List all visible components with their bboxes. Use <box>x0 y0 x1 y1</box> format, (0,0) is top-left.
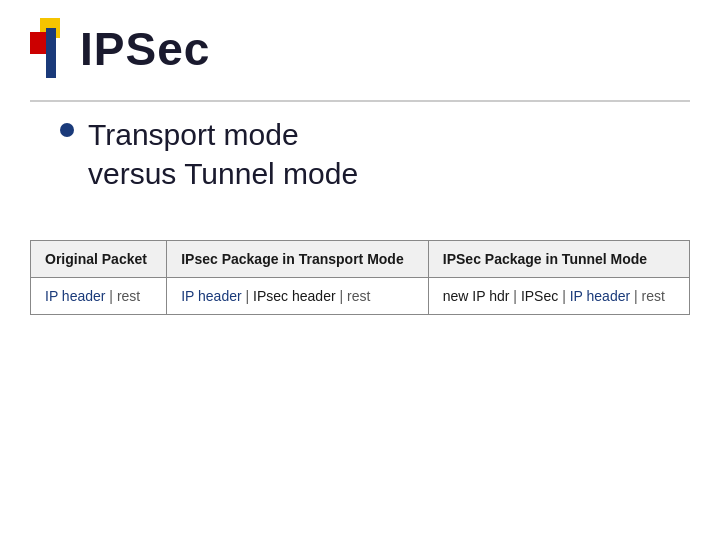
table-row: IP header | rest IP header | IPsec heade… <box>31 278 690 315</box>
bullet-text: Transport mode versus Tunnel mode <box>88 115 358 193</box>
ip-header-transport: IP header <box>181 288 241 304</box>
bullet-line1: Transport mode <box>88 118 299 151</box>
ipsec-label: IPSec <box>521 288 558 304</box>
col-header-transport: IPsec Package in Transport Mode <box>167 241 429 278</box>
ipsec-header-transport: IPsec header <box>253 288 336 304</box>
new-ip-hdr: new IP hdr <box>443 288 510 304</box>
bullet-icon <box>60 123 74 137</box>
packet-table: Original Packet IPsec Package in Transpo… <box>30 240 690 315</box>
cell-original: IP header | rest <box>31 278 167 315</box>
ip-header-original: IP header <box>45 288 105 304</box>
cell-tunnel: new IP hdr | IPSec | IP header | rest <box>428 278 689 315</box>
cell-transport: IP header | IPsec header | rest <box>167 278 429 315</box>
ip-header-tunnel: IP header <box>570 288 630 304</box>
logo-decoration <box>30 18 68 88</box>
col-header-original: Original Packet <box>31 241 167 278</box>
bullet-line2: versus Tunnel mode <box>88 157 358 190</box>
page-title: IPSec <box>80 22 210 76</box>
title-divider <box>30 100 690 102</box>
blue-bar <box>46 28 56 78</box>
bullet-section: Transport mode versus Tunnel mode <box>60 115 358 193</box>
table-header-row: Original Packet IPsec Package in Transpo… <box>31 241 690 278</box>
col-header-tunnel: IPSec Package in Tunnel Mode <box>428 241 689 278</box>
